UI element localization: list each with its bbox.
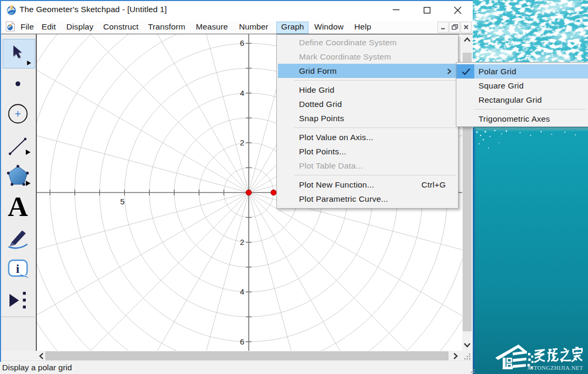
svg-text:2: 2	[240, 138, 244, 147]
svg-text:2: 2	[240, 238, 244, 247]
svg-text:4: 4	[240, 287, 244, 296]
svg-text:XITONGZHIJIA.NET: XITONGZHIJIA.NET	[527, 365, 583, 371]
svg-text:4: 4	[240, 88, 244, 97]
svg-text:6: 6	[240, 337, 244, 346]
svg-text:5: 5	[120, 197, 124, 206]
svg-text:6: 6	[240, 38, 244, 47]
svg-text:A: A	[8, 191, 28, 222]
svg-text:i: i	[16, 262, 19, 275]
